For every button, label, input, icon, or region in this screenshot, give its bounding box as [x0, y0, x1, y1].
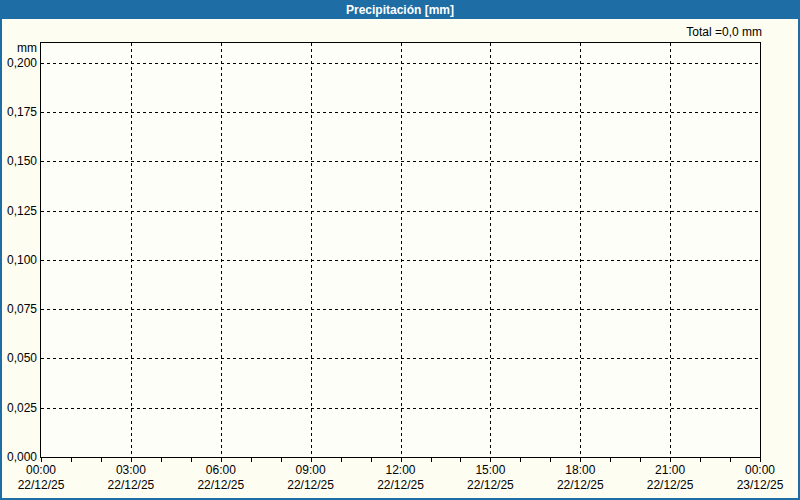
x-tick-date: 22/12/25 [4, 478, 78, 493]
x-tick-date: 22/12/25 [633, 478, 707, 493]
x-axis-minor-tick [460, 458, 461, 462]
x-axis-minor-tick [520, 458, 521, 462]
x-axis-minor-tick [311, 458, 312, 462]
x-tick-date: 23/12/25 [723, 478, 797, 493]
x-axis-minor-tick [281, 458, 282, 462]
x-gridline [670, 43, 671, 457]
x-axis-minor-tick [640, 458, 641, 462]
x-tick-label: 00:0022/12/25 [4, 463, 78, 493]
x-axis-minor-tick [221, 458, 222, 462]
x-axis-minor-tick [490, 458, 491, 462]
y-tick-label: 0,150 [2, 154, 37, 168]
x-tick-time: 15:00 [453, 463, 527, 478]
precipitation-chart-panel: Precipitación [mm] Total =0,0 mm mm 0,20… [0, 0, 800, 500]
x-axis-minor-tick [71, 458, 72, 462]
x-tick-time: 03:00 [94, 463, 168, 478]
x-gridline [580, 43, 581, 457]
x-tick-date: 22/12/25 [184, 478, 258, 493]
x-axis-minor-tick [101, 458, 102, 462]
x-axis-minor-tick [550, 458, 551, 462]
x-axis-minor-tick [371, 458, 372, 462]
x-tick-time: 18:00 [543, 463, 617, 478]
x-axis-minor-tick [251, 458, 252, 462]
y-tick-label: 0,025 [2, 401, 37, 415]
chart-title: Precipitación [mm] [346, 3, 454, 17]
x-axis-minor-tick [670, 458, 671, 462]
x-tick-label: 03:0022/12/25 [94, 463, 168, 493]
y-tick-label: 0,175 [2, 105, 37, 119]
x-axis-minor-tick [580, 458, 581, 462]
x-tick-label: 12:0022/12/25 [364, 463, 438, 493]
x-axis-minor-tick [431, 458, 432, 462]
x-axis-minor-tick [401, 458, 402, 462]
x-axis-minor-tick [341, 458, 342, 462]
x-gridline [490, 43, 491, 457]
chart-title-bar: Precipitación [mm] [2, 2, 798, 19]
x-tick-time: 09:00 [274, 463, 348, 478]
x-gridline [131, 43, 132, 457]
plot-area [40, 42, 761, 458]
x-tick-date: 22/12/25 [543, 478, 617, 493]
x-gridline [311, 43, 312, 457]
x-tick-date: 22/12/25 [453, 478, 527, 493]
y-tick-label: 0,050 [2, 351, 37, 365]
x-tick-label: 09:0022/12/25 [274, 463, 348, 493]
y-tick-label: 0,100 [2, 253, 37, 267]
x-axis-minor-tick [730, 458, 731, 462]
x-axis-minor-tick [131, 458, 132, 462]
x-tick-time: 21:00 [633, 463, 707, 478]
y-tick-label: 0,125 [2, 204, 37, 218]
total-annotation: Total =0,0 mm [686, 25, 762, 39]
y-tick-label: 0,200 [2, 56, 37, 70]
x-tick-label: 15:0022/12/25 [453, 463, 527, 493]
x-gridline [221, 43, 222, 457]
x-tick-date: 22/12/25 [274, 478, 348, 493]
x-axis-minor-tick [700, 458, 701, 462]
x-tick-time: 06:00 [184, 463, 258, 478]
y-tick-label: 0,075 [2, 302, 37, 316]
x-axis-minor-tick [41, 458, 42, 462]
x-tick-time: 12:00 [364, 463, 438, 478]
y-tick-label: 0,000 [2, 450, 37, 464]
x-tick-label: 18:0022/12/25 [543, 463, 617, 493]
x-axis-minor-tick [610, 458, 611, 462]
x-tick-date: 22/12/25 [94, 478, 168, 493]
x-axis-minor-tick [161, 458, 162, 462]
x-tick-time: 00:00 [4, 463, 78, 478]
x-tick-time: 00:00 [723, 463, 797, 478]
x-gridline [401, 43, 402, 457]
x-axis-minor-tick [760, 458, 761, 462]
x-tick-label: 00:0023/12/25 [723, 463, 797, 493]
y-axis-unit-label: mm [2, 41, 37, 55]
x-tick-label: 06:0022/12/25 [184, 463, 258, 493]
x-tick-date: 22/12/25 [364, 478, 438, 493]
x-tick-label: 21:0022/12/25 [633, 463, 707, 493]
x-axis-minor-tick [191, 458, 192, 462]
